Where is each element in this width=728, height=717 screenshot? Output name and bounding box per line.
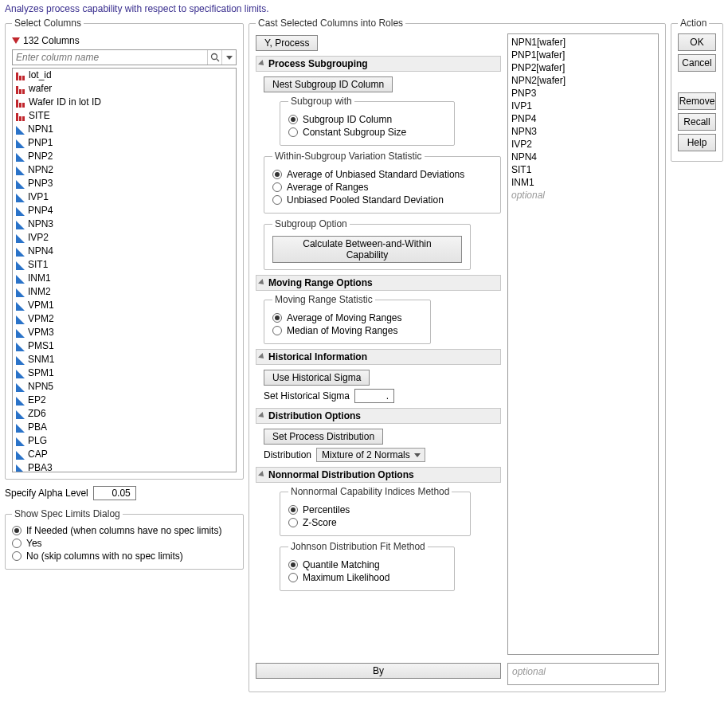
column-list-item[interactable]: SPM1 xyxy=(13,366,236,380)
cast-roles-panel: Cast Selected Columns into Roles Y, Proc… xyxy=(249,18,666,692)
subgroup-with-option[interactable]: Constant Subgroup Size xyxy=(288,126,446,139)
assigned-role-item[interactable]: IVP2 xyxy=(511,138,655,151)
spec-limits-option[interactable]: If Needed (when columns have no spec lim… xyxy=(12,524,237,537)
spec-limits-option[interactable]: Yes xyxy=(12,537,237,550)
assigned-role-item[interactable]: INM1 xyxy=(511,176,655,189)
distribution-header[interactable]: Distribution Options xyxy=(256,408,501,424)
nominal-column-icon xyxy=(16,98,25,108)
column-list-item[interactable]: PNP4 xyxy=(13,204,236,217)
assigned-role-item[interactable]: PNP1[wafer] xyxy=(511,49,655,61)
alpha-input[interactable] xyxy=(93,486,136,500)
column-name-label: NPN5 xyxy=(28,381,53,393)
search-dropdown-icon[interactable] xyxy=(221,50,236,65)
moving-range-stat-option[interactable]: Median of Moving Ranges xyxy=(272,324,422,337)
recall-button[interactable]: Recall xyxy=(678,113,716,131)
assigned-role-item[interactable]: NPN1[wafer] xyxy=(511,36,655,49)
within-stat-group: Within-Subgroup Variation Statistic Aver… xyxy=(264,151,501,214)
column-list-item[interactable]: SNM1 xyxy=(13,353,236,366)
historical-header[interactable]: Historical Information xyxy=(256,349,501,365)
continuous-column-icon xyxy=(16,464,25,473)
column-list-item[interactable]: NPN1 xyxy=(13,123,236,136)
within-stat-option[interactable]: Unbiased Pooled Standard Deviation xyxy=(272,194,492,206)
nest-subgroup-button[interactable]: Nest Subgroup ID Column xyxy=(264,76,393,92)
column-list-item[interactable]: NPN4 xyxy=(13,245,236,258)
moving-range-header[interactable]: Moving Range Options xyxy=(256,275,501,291)
within-stat-option[interactable]: Average of Ranges xyxy=(272,181,492,194)
column-name-label: CAP xyxy=(28,449,48,460)
ok-button[interactable]: OK xyxy=(678,33,716,51)
spec-limits-option[interactable]: No (skip columns with no spec limits) xyxy=(12,550,237,562)
column-count-row[interactable]: 132 Columns xyxy=(12,33,237,49)
nonnormal-header[interactable]: Nonnormal Distribution Options xyxy=(256,467,501,483)
assigned-role-item[interactable]: PNP3 xyxy=(511,87,655,100)
cancel-button[interactable]: Cancel xyxy=(678,54,716,72)
column-list-item[interactable]: PMS1 xyxy=(13,339,236,353)
column-list-item[interactable]: INM2 xyxy=(13,285,236,299)
radio-icon xyxy=(12,551,22,561)
historical-sigma-input[interactable] xyxy=(354,389,394,403)
help-button[interactable]: Help xyxy=(678,134,716,151)
process-subgrouping-header[interactable]: Process Subgrouping xyxy=(256,56,501,72)
assigned-role-item[interactable]: NPN3 xyxy=(511,125,655,138)
column-list-item[interactable]: IVP1 xyxy=(13,190,236,204)
assigned-role-item[interactable]: PNP2[wafer] xyxy=(511,61,655,74)
subgroup-option-group: Subgroup Option Calculate Between-and-Wi… xyxy=(264,218,471,270)
calc-between-within-button[interactable]: Calculate Between-and-Within Capability xyxy=(272,236,462,263)
column-list-item[interactable]: IVP2 xyxy=(13,231,236,245)
column-name-label: PNP3 xyxy=(28,178,53,190)
use-historical-sigma-button[interactable]: Use Historical Sigma xyxy=(264,370,370,386)
column-list-item[interactable]: CAP xyxy=(13,448,236,461)
column-list-item[interactable]: wafer xyxy=(13,82,236,96)
distribution-select[interactable]: Mixture of 2 Normals xyxy=(316,448,425,462)
column-list-item[interactable]: VPM2 xyxy=(13,312,236,326)
column-list-item[interactable]: VPM3 xyxy=(13,326,236,339)
column-list-item[interactable]: NPN2 xyxy=(13,163,236,177)
column-list-item[interactable]: SITE xyxy=(13,109,236,123)
column-list-item[interactable]: PNP1 xyxy=(13,136,236,150)
nonnormal-cap-option[interactable]: Z-Score xyxy=(288,516,462,529)
column-list-item[interactable]: PBA3 xyxy=(13,461,236,472)
column-search-input[interactable] xyxy=(13,50,207,65)
column-list-item[interactable]: lot_id xyxy=(13,69,236,82)
column-name-label: PMS1 xyxy=(28,340,54,352)
by-roles-box[interactable]: optional xyxy=(507,663,659,685)
column-list-item[interactable]: Wafer ID in lot ID xyxy=(13,96,236,109)
moving-range-stat-option[interactable]: Average of Moving Ranges xyxy=(272,311,422,324)
column-list-item[interactable]: INM1 xyxy=(13,272,236,285)
nonnormal-title: Nonnormal Distribution Options xyxy=(268,469,414,480)
continuous-column-icon xyxy=(16,275,25,284)
column-name-label: VPM3 xyxy=(28,327,54,339)
nonnormal-cap-option[interactable]: Percentiles xyxy=(288,503,462,516)
subgroup-with-option[interactable]: Subgroup ID Column xyxy=(288,113,446,126)
roles-assigned-list[interactable]: NPN1[wafer]PNP1[wafer]PNP2[wafer]NPN2[wa… xyxy=(507,33,659,655)
column-list-item[interactable]: PNP2 xyxy=(13,150,236,163)
column-list[interactable]: lot_idwaferWafer ID in lot IDSITENPN1PNP… xyxy=(12,68,237,472)
assigned-role-item[interactable]: IVP1 xyxy=(511,100,655,112)
y-process-button[interactable]: Y, Process xyxy=(256,35,318,51)
johnson-fit-option[interactable]: Maximum Likelihood xyxy=(288,571,446,584)
continuous-column-icon xyxy=(16,397,25,406)
assigned-role-item[interactable]: SIT1 xyxy=(511,163,655,176)
set-process-distribution-button[interactable]: Set Process Distribution xyxy=(264,429,383,445)
column-list-item[interactable]: VPM1 xyxy=(13,299,236,312)
dropdown-red-triangle-icon[interactable] xyxy=(12,37,20,44)
column-list-item[interactable]: EP2 xyxy=(13,394,236,407)
column-name-label: SITE xyxy=(29,110,50,122)
column-list-item[interactable]: PLG xyxy=(13,434,236,448)
continuous-column-icon xyxy=(16,139,25,148)
by-button[interactable]: By xyxy=(256,663,501,679)
assigned-role-item[interactable]: NPN4 xyxy=(511,151,655,163)
column-list-item[interactable]: ZD6 xyxy=(13,407,236,421)
search-icon[interactable] xyxy=(207,50,221,65)
column-list-item[interactable]: PNP3 xyxy=(13,177,236,190)
assigned-role-item[interactable]: NPN2[wafer] xyxy=(511,74,655,87)
continuous-column-icon xyxy=(16,180,25,189)
column-list-item[interactable]: SIT1 xyxy=(13,258,236,272)
column-list-item[interactable]: NPN3 xyxy=(13,217,236,231)
column-list-item[interactable]: NPN5 xyxy=(13,380,236,394)
column-list-item[interactable]: PBA xyxy=(13,421,236,434)
within-stat-option[interactable]: Average of Unbiased Standard Deviations xyxy=(272,168,492,181)
remove-button[interactable]: Remove xyxy=(678,92,716,110)
johnson-fit-option[interactable]: Quantile Matching xyxy=(288,558,446,571)
assigned-role-item[interactable]: PNP4 xyxy=(511,112,655,125)
